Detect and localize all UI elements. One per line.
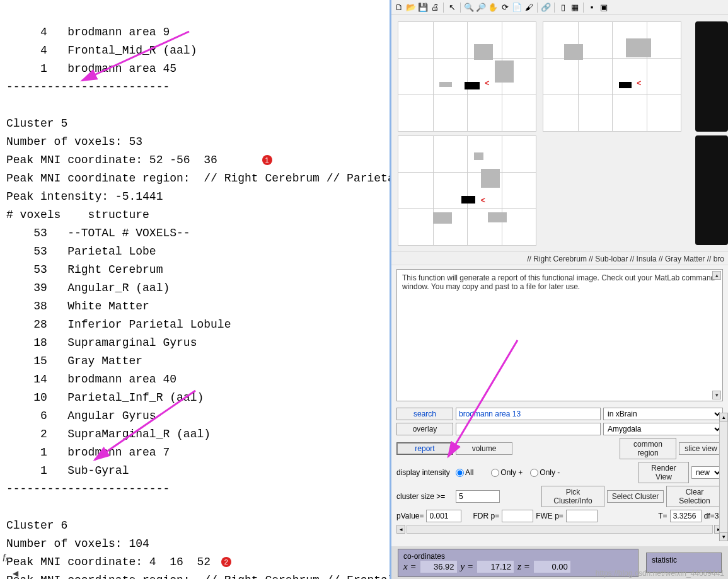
scroll-up-icon[interactable]: ▴: [712, 271, 721, 280]
report-line: 2 SupraMarginal_R (aal): [6, 428, 211, 440]
glass-brain-coronal[interactable]: <: [543, 21, 681, 132]
pan-icon[interactable]: ✋: [488, 3, 498, 13]
overlay-input[interactable]: [456, 423, 601, 435]
slice-view-button[interactable]: slice view: [679, 442, 723, 455]
select-cluster-button[interactable]: Select Cluster: [607, 490, 664, 503]
report-line: 53 --TOTAL # VOXELS--: [6, 227, 190, 239]
rotate-icon[interactable]: ⟳: [500, 3, 510, 13]
report-line: Peak MNI coordinate region: // Right Cer…: [6, 172, 390, 185]
report-line: # voxels structure: [6, 209, 149, 221]
report-line: 14 brodmann area 40: [6, 373, 176, 386]
report-line: 39 Angular_R (aal): [6, 282, 170, 294]
zoom-in-icon[interactable]: 🔍: [464, 3, 474, 13]
save-icon[interactable]: 💾: [418, 3, 428, 13]
mri-slice-bottom[interactable]: [695, 135, 728, 246]
message-box: This function will generate a report of …: [396, 269, 723, 401]
report-line: Number of voxels: 104: [6, 537, 149, 550]
report-line: 1 brodmann area 45: [6, 62, 176, 75]
report-line: 1 brodmann area 7: [6, 446, 170, 459]
t-input[interactable]: [670, 510, 702, 522]
legend-icon[interactable]: ▦: [570, 3, 580, 13]
x-input[interactable]: [420, 561, 457, 573]
horizontal-scrollbar[interactable]: ◂ ▸: [396, 525, 723, 534]
coordinates-legend: co-ordinates: [403, 552, 445, 561]
search-scope-select[interactable]: in xBrain: [603, 408, 723, 420]
vertical-scrollbar[interactable]: ▴ ▾: [719, 413, 728, 541]
statistic-legend: statistic: [652, 556, 677, 565]
link-icon[interactable]: 🔗: [541, 3, 551, 13]
t-label: T=: [658, 512, 667, 520]
watermark: https://blog.csdn.net/weixin_44669441: [596, 569, 724, 578]
glass-brain-axial[interactable]: <: [398, 135, 536, 246]
control-panel: search in xBrain overlay Amygdala report…: [391, 405, 728, 522]
print-icon[interactable]: 🖨: [430, 3, 440, 13]
overlay-select[interactable]: Amygdala: [603, 423, 723, 435]
pvalue-input[interactable]: [426, 510, 461, 522]
pvalue-label: pValue=: [396, 512, 424, 520]
y-label: y =: [461, 561, 474, 572]
report-line: 53 Parietal Lobe: [6, 245, 156, 258]
xjview-panel: 🗋 📂 💾 🖨 ↖ 🔍 🔎 ✋ ⟳ 📄 🖌 🔗 ▯ ▦ ▪ ▣ <: [390, 0, 728, 579]
report-line: 28 Inferior Parietal Lobule: [6, 318, 231, 331]
annotation-badge-2: 2: [221, 557, 231, 567]
report-line: 38 White Matter: [6, 300, 149, 312]
search-button[interactable]: search: [396, 408, 453, 420]
fx-icon: fx: [0, 553, 9, 564]
scroll-left-icon[interactable]: ◀: [13, 569, 18, 578]
hide-icon[interactable]: ▪: [587, 3, 597, 13]
z-input[interactable]: [534, 561, 570, 573]
cluster-size-input[interactable]: [456, 490, 500, 503]
report-line: ------------------------: [6, 483, 170, 495]
message-text: This function will generate a report of …: [402, 273, 715, 291]
data-cursor-icon[interactable]: 📄: [512, 3, 522, 13]
glass-brain-sagittal[interactable]: <: [398, 21, 536, 132]
pointer-icon[interactable]: ↖: [447, 3, 457, 13]
scrollbar-track[interactable]: [407, 525, 713, 534]
report-line: ------------------------: [6, 81, 170, 93]
radio-only-minus[interactable]: Only -: [530, 468, 560, 477]
render-view-button[interactable]: Render View: [638, 462, 689, 483]
y-input[interactable]: [477, 561, 514, 573]
radio-only-plus[interactable]: Only +: [491, 468, 523, 477]
search-input[interactable]: [456, 408, 601, 420]
common-region-button[interactable]: common region: [620, 438, 676, 459]
report-line: Peak intensity: -5.1441: [6, 190, 163, 203]
scroll-down-icon[interactable]: ▾: [712, 391, 721, 399]
new-file-icon[interactable]: 🗋: [394, 3, 404, 13]
display-intensity-label: display intensity: [396, 468, 453, 477]
open-file-icon[interactable]: 📂: [406, 3, 416, 13]
x-label: x =: [403, 561, 417, 572]
z-label: z =: [517, 561, 530, 572]
fdr-input[interactable]: [502, 510, 533, 522]
report-line: Peak MNI coordinate region: // Right Cer…: [6, 574, 390, 579]
colorbar-icon[interactable]: ▯: [558, 3, 568, 13]
report-line: 18 Supramarginal Gyrus: [6, 336, 197, 349]
fdr-label: FDR p=: [473, 512, 499, 520]
report-button[interactable]: report: [396, 442, 453, 455]
volume-button[interactable]: volume: [456, 442, 512, 455]
show-icon[interactable]: ▣: [599, 3, 609, 13]
annotation-badge-1: 1: [262, 155, 272, 165]
render-mode-select[interactable]: new: [691, 466, 723, 479]
report-line: 15 Gray Matter: [6, 355, 142, 367]
clear-selection-button[interactable]: Clear Selection: [666, 486, 723, 507]
report-line: 4 brodmann area 9: [6, 26, 170, 38]
vscroll-up-icon[interactable]: ▴: [719, 413, 728, 421]
brush-icon[interactable]: 🖌: [524, 3, 534, 13]
mri-slice-top[interactable]: [695, 21, 728, 132]
fwe-input[interactable]: [566, 510, 598, 522]
zoom-out-icon[interactable]: 🔎: [476, 3, 486, 13]
vscroll-down-icon[interactable]: ▾: [719, 532, 728, 541]
radio-all[interactable]: All: [456, 468, 473, 477]
report-line: 4 Frontal_Mid_R (aal): [6, 44, 197, 57]
report-line: 1 Sub-Gyral: [6, 464, 129, 477]
scroll-left-arrow-icon[interactable]: ◂: [396, 525, 405, 534]
report-line: Peak MNI coordinate: 4 16 52 2: [6, 556, 231, 568]
cluster-size-label: cluster size >=: [396, 492, 453, 501]
report-line: 10 Parietal_Inf_R (aal): [6, 391, 204, 404]
overlay-button[interactable]: overlay: [396, 423, 453, 435]
report-line: Number of voxels: 53: [6, 135, 142, 148]
pick-cluster-button[interactable]: Pick Cluster/Info: [541, 486, 604, 507]
fwe-label: FWE p=: [536, 512, 563, 520]
report-text-pane: 4 brodmann area 9 4 Frontal_Mid_R (aal) …: [0, 0, 390, 579]
